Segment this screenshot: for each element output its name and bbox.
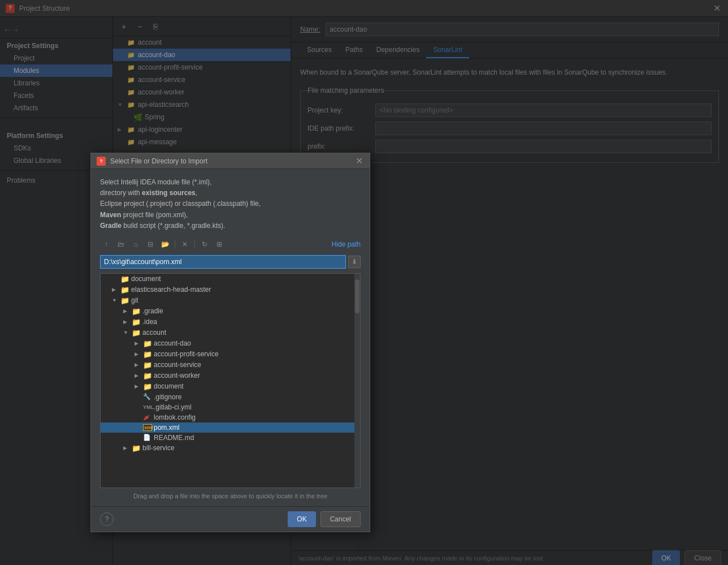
xml-icon: xml: [143, 424, 152, 431]
modal-help-button[interactable]: ?: [100, 512, 114, 526]
tree-item-label: pom.xml: [154, 424, 179, 432]
tree-item-gradle[interactable]: ▶ 📁 .gradle: [101, 306, 360, 317]
toolbar-separator-2: [194, 240, 195, 249]
modal-desc-line1: Select Intellij IDEA module file (*.iml)…: [100, 178, 211, 186]
tree-item-account-service[interactable]: ▶ 📁 account-service: [101, 360, 360, 370]
hide-path-button[interactable]: Hide path: [332, 240, 361, 248]
tree-item-document[interactable]: 📁 document: [101, 274, 360, 284]
tree-item-document2[interactable]: ▶ 📁 document: [101, 381, 360, 392]
tree-arrow: ▶: [123, 308, 130, 314]
tree-item-label: account-service: [154, 361, 201, 369]
modal-description: Select Intellij IDEA module file (*.iml)…: [100, 177, 361, 231]
modal-help: ?: [100, 512, 114, 526]
folder-icon: 📁: [143, 382, 152, 391]
modal-actions: OK Cancel: [288, 511, 361, 527]
modal-overlay: ? Select File or Directory to Import ✕ S…: [0, 0, 728, 565]
tree-arrow: ▼: [123, 330, 130, 335]
modal-title-text: Select File or Directory to Import: [110, 157, 207, 165]
tree-item-label: account-dao: [154, 339, 191, 347]
tree-item-elasticsearch[interactable]: ▶ 📁 elasticsearch-head-master: [101, 284, 360, 295]
tree-arrow: ▶: [135, 351, 141, 357]
path-input-row: ⬇: [100, 255, 361, 269]
modal-title-content: ? Select File or Directory to Import: [97, 157, 207, 166]
modal-desc-line4: Maven project file (pom.xml),: [100, 211, 188, 219]
tree-item-label: bill-service: [142, 444, 175, 452]
modal-file-toolbar: ↑ 🗁 ⌂ ⊟ 📂 ✕ ↻ ⊞ Hide path: [100, 238, 361, 251]
tree-item-label: .gitignore: [154, 393, 181, 401]
tree-item-label: account: [142, 329, 166, 337]
modal-cancel-button[interactable]: Cancel: [320, 511, 361, 527]
new-dir-button[interactable]: 📂: [159, 238, 171, 251]
folder-icon: 📁: [132, 307, 141, 316]
folder-icon: 📁: [143, 372, 152, 380]
folder-icon: 📁: [120, 286, 129, 294]
gitignore-icon: 🔧: [143, 393, 152, 400]
modal-body: Select Intellij IDEA module file (*.iml)…: [91, 169, 370, 506]
folder-icon: 📁: [132, 329, 141, 337]
tree-arrow: ▶: [135, 340, 141, 346]
tree-item-label: document: [131, 275, 161, 283]
tree-item-label: account-profit-service: [154, 350, 219, 358]
home-button[interactable]: ⌂: [129, 238, 142, 251]
tree-item-account-worker[interactable]: ▶ 📁 account-worker: [101, 370, 360, 381]
tree-arrow: ▶: [135, 373, 141, 378]
new-folder-button[interactable]: 🗁: [115, 238, 127, 251]
show-all-button[interactable]: ⊞: [213, 238, 226, 251]
modal-ok-button[interactable]: OK: [288, 511, 315, 527]
tree-item-readme[interactable]: 📄 README.md: [101, 433, 360, 443]
tree-arrow: ▶: [135, 362, 141, 368]
folder-icon: 📁: [143, 339, 152, 348]
tree-item-label: git: [131, 296, 138, 304]
scrollbar-thumb: [355, 279, 359, 313]
tree-item-label: README.md: [154, 434, 194, 442]
file-tree[interactable]: 📁 document ▶ 📁 elasticsearch-head-master…: [100, 273, 361, 488]
tree-arrow: ▶: [112, 287, 119, 292]
tree-item-account-dao[interactable]: ▶ 📁 account-dao: [101, 338, 360, 349]
yml-icon: YML: [143, 404, 152, 410]
folder-icon: 📁: [120, 296, 129, 305]
tree-item-label: document: [154, 382, 184, 390]
folder-icon: 📁: [120, 275, 129, 283]
tree-item-account[interactable]: ▼ 📁 account: [101, 327, 360, 338]
drag-drop-hint: Drag and drop a file into the space abov…: [100, 490, 361, 502]
md-icon: 📄: [143, 434, 152, 441]
tree-item-account-profit-service[interactable]: ▶ 📁 account-profit-service: [101, 349, 360, 360]
tree-item-lombok[interactable]: 🌶 lombok.config: [101, 412, 360, 422]
tree-arrow: ▼: [112, 297, 119, 303]
tree-item-label: .gitlab-ci.yml: [154, 403, 192, 411]
tree-item-gitignore[interactable]: 🔧 .gitignore: [101, 392, 360, 402]
delete-button[interactable]: ✕: [179, 238, 191, 251]
tree-item-label: account-worker: [154, 372, 200, 379]
folder-icon: 📁: [132, 444, 141, 452]
modal-icon: ?: [97, 157, 106, 166]
tree-arrow: ▶: [123, 445, 130, 451]
tree-arrow: ▶: [123, 319, 130, 325]
modal-desc-line3: Eclipse project (.project) or classpath …: [100, 200, 261, 208]
path-download-button[interactable]: ⬇: [348, 256, 361, 268]
folder-icon: 📁: [143, 361, 152, 369]
go-up-button[interactable]: ↑: [100, 238, 112, 251]
refresh-button[interactable]: ↻: [198, 238, 211, 251]
modal-desc-line2: directory with existing sources,: [100, 189, 197, 197]
tree-item-git[interactable]: ▼ 📁 git: [101, 295, 360, 306]
tree-item-idea[interactable]: ▶ 📁 .idea: [101, 317, 360, 327]
toolbar-separator: [175, 240, 175, 249]
modal-desc-line5: Gradle build script (*.gradle, *.gradle.…: [100, 222, 225, 230]
tree-item-label: .gradle: [142, 307, 163, 315]
folder-icon: 📁: [132, 318, 141, 326]
tree-item-label: .idea: [142, 318, 157, 326]
file-tree-scrollbar[interactable]: [354, 274, 360, 488]
tree-item-bill-service[interactable]: ▶ 📁 bill-service: [101, 443, 360, 454]
tree-item-pom[interactable]: xml pom.xml: [101, 422, 360, 433]
modal-title-bar: ? Select File or Directory to Import ✕: [91, 153, 370, 169]
tree-item-gitlab-ci[interactable]: YML .gitlab-ci.yml: [101, 402, 360, 412]
collapse-button[interactable]: ⊟: [144, 238, 157, 251]
tree-arrow: ▶: [135, 383, 141, 389]
tree-item-label: elasticsearch-head-master: [131, 286, 211, 294]
modal-bottom: ? OK Cancel: [91, 506, 370, 532]
modal-close-button[interactable]: ✕: [354, 156, 364, 166]
tree-item-label: lombok.config: [154, 413, 196, 421]
folder-icon: 📁: [143, 350, 152, 359]
path-input[interactable]: [100, 255, 346, 269]
lombok-icon: 🌶: [143, 414, 152, 421]
